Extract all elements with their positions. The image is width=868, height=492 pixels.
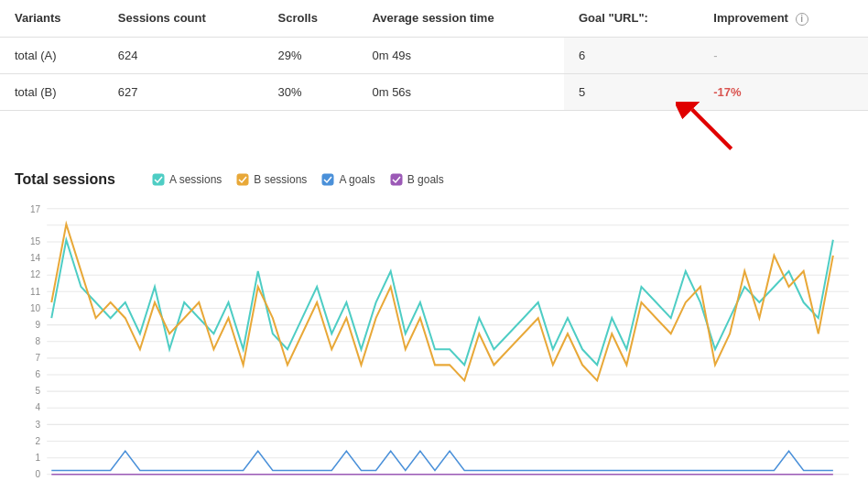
legend-b-goals[interactable]: B goals xyxy=(390,173,444,186)
chart-header: Total sessions A sessions B sessions xyxy=(15,171,853,188)
chart-section: Total sessions A sessions B sessions xyxy=(0,157,868,492)
svg-text:9: 9 xyxy=(36,319,41,329)
svg-text:3: 3 xyxy=(36,419,41,429)
svg-rect-3 xyxy=(237,174,248,185)
legend-a-sessions-label: A sessions xyxy=(169,173,222,186)
a-sessions-checkbox-icon xyxy=(152,173,165,186)
goal-url-a: 6 xyxy=(564,37,699,73)
legend-b-sessions[interactable]: B sessions xyxy=(236,173,307,186)
avg-session-time-header: Average session time xyxy=(357,0,564,37)
svg-text:12: 12 xyxy=(30,269,40,279)
scrolls-a: 29% xyxy=(264,37,358,73)
legend-b-sessions-label: B sessions xyxy=(254,173,307,186)
b-sessions-line xyxy=(51,224,833,380)
arrow-annotation xyxy=(0,111,868,157)
svg-text:6: 6 xyxy=(36,369,41,379)
chart-title: Total sessions xyxy=(15,171,115,188)
table-row-a: total (A) 624 29% 0m 49s 6 - xyxy=(0,37,868,73)
svg-text:11: 11 xyxy=(30,286,40,296)
svg-line-1 xyxy=(692,109,732,148)
variants-header: Variants xyxy=(0,0,103,37)
svg-text:15: 15 xyxy=(30,235,40,246)
a-goals-line xyxy=(51,451,833,470)
scrolls-b: 30% xyxy=(264,73,358,110)
sessions-count-b: 627 xyxy=(103,73,264,110)
legend-a-goals-label: A goals xyxy=(339,173,374,186)
svg-text:5: 5 xyxy=(36,386,41,396)
svg-rect-4 xyxy=(322,174,333,185)
svg-text:0: 0 xyxy=(36,468,41,478)
avg-session-time-a: 0m 49s xyxy=(357,37,564,73)
sessions-count-header: Sessions count xyxy=(103,0,264,37)
line-chart: 17 15 14 12 11 10 9 8 7 6 5 4 3 2 1 0 xyxy=(15,199,853,492)
improvement-a: - xyxy=(699,37,868,73)
chart-area-wrapper: 17 15 14 12 11 10 9 8 7 6 5 4 3 2 1 0 xyxy=(15,199,853,492)
legend-b-goals-label: B goals xyxy=(407,173,444,186)
legend-a-sessions[interactable]: A sessions xyxy=(152,173,222,186)
svg-text:8: 8 xyxy=(36,335,41,345)
scrolls-header: Scrolls xyxy=(264,0,358,37)
svg-text:14: 14 xyxy=(30,253,40,263)
chart-legend: A sessions B sessions A goals xyxy=(152,173,444,186)
a-goals-checkbox-icon xyxy=(321,173,334,186)
red-arrow-icon xyxy=(676,102,740,159)
svg-text:4: 4 xyxy=(36,402,41,412)
svg-rect-5 xyxy=(391,174,402,185)
svg-text:10: 10 xyxy=(30,302,40,312)
data-table: Variants Sessions count Scrolls Average … xyxy=(0,0,868,111)
svg-text:17: 17 xyxy=(30,203,40,213)
svg-text:2: 2 xyxy=(36,435,41,445)
improvement-info-icon[interactable]: i xyxy=(796,13,808,26)
svg-text:7: 7 xyxy=(36,352,41,362)
improvement-header: Improvement i xyxy=(699,0,868,37)
sessions-count-a: 624 xyxy=(103,37,264,73)
avg-session-time-b: 0m 56s xyxy=(357,73,564,110)
b-goals-checkbox-icon xyxy=(390,173,403,186)
variant-a-label: total (A) xyxy=(0,37,103,73)
legend-a-goals[interactable]: A goals xyxy=(321,173,374,186)
variant-b-label: total (B) xyxy=(0,73,103,110)
svg-text:1: 1 xyxy=(36,452,41,462)
svg-rect-2 xyxy=(153,174,164,185)
goal-url-header: Goal "URL": xyxy=(564,0,699,37)
b-sessions-checkbox-icon xyxy=(236,173,249,186)
